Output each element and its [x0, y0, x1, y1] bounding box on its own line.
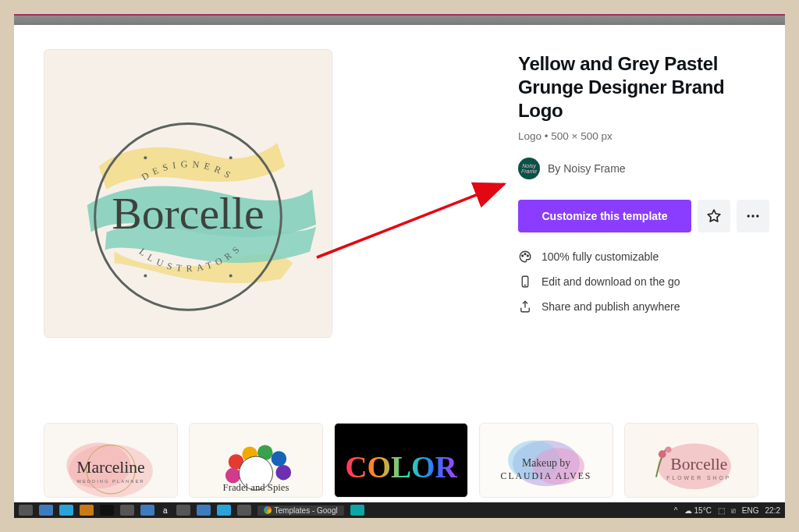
amazon-icon[interactable]: a [161, 506, 170, 515]
by-label: By [548, 162, 563, 175]
mobile-icon [518, 275, 532, 289]
taskbar-icon[interactable] [197, 505, 211, 516]
svg-text:Marceline: Marceline [76, 458, 144, 477]
template-title: Yellow and Grey Pastel Grunge Designer B… [518, 52, 769, 122]
clock[interactable]: 22:2 [765, 506, 780, 515]
author-row[interactable]: Noisy Frame By Noisy Frame [518, 158, 769, 179]
svg-point-42 [659, 450, 666, 458]
template-meta: Logo • 500 × 500 px [518, 130, 769, 142]
svg-point-12 [524, 254, 526, 255]
temp-value: 15°C [694, 506, 712, 515]
svg-point-8 [748, 215, 750, 217]
svg-text:Borcelle: Borcelle [670, 455, 727, 473]
svg-text:Makeup by: Makeup by [522, 457, 570, 469]
taskbar[interactable]: a Templates - Googl ^ ☁ 15°C ⬚ ⎚ ENG 22:… [14, 502, 785, 518]
taskbar-icon[interactable] [120, 505, 134, 516]
svg-text:FLOWER SHOP: FLOWER SHOP [666, 475, 731, 481]
feature-share: Share and publish anywhere [518, 300, 769, 314]
tab-label: Templates - Googl [275, 506, 338, 515]
taskbar-tab[interactable]: Templates - Googl [257, 505, 344, 516]
taskbar-icon[interactable] [140, 505, 154, 516]
author-name: Noisy Frame [563, 162, 625, 175]
taskbar-icon[interactable] [59, 505, 73, 516]
taskbar-icon[interactable] [80, 505, 94, 516]
svg-point-27 [272, 451, 287, 466]
related-template-5[interactable]: Borcelle FLOWER SHOP [624, 423, 758, 498]
customize-button[interactable]: Customize this template [518, 200, 691, 232]
svg-point-29 [225, 468, 241, 484]
feature-text: Edit and download on the go [542, 275, 680, 288]
svg-point-10 [756, 215, 758, 217]
favorite-button[interactable] [698, 200, 730, 232]
feature-customizable: 100% fully customizable [518, 250, 769, 264]
svg-text:Fradel and Spies: Fradel and Spies [223, 482, 289, 493]
feature-mobile: Edit and download on the go [518, 275, 769, 289]
weather[interactable]: ☁ 15°C [684, 506, 712, 515]
svg-text:WEDDING PLANNER: WEDDING PLANNER [77, 479, 145, 484]
svg-point-4 [144, 156, 147, 159]
share-icon [518, 300, 532, 314]
related-template-1[interactable]: Marceline WEDDING PLANNER [44, 423, 178, 498]
svg-text:CLAUDIA ALVES: CLAUDIA ALVES [501, 471, 592, 481]
cloud-icon: ☁ [684, 506, 692, 515]
taskbar-icon[interactable] [350, 505, 364, 516]
chevron-up-icon[interactable]: ^ [674, 506, 678, 515]
author-avatar: Noisy Frame [518, 158, 540, 179]
svg-point-7 [229, 274, 233, 277]
svg-point-5 [229, 156, 233, 159]
svg-point-43 [666, 446, 672, 452]
taskbar-icon[interactable] [217, 505, 231, 516]
more-button[interactable] [737, 200, 769, 232]
taskbar-icon[interactable] [237, 505, 251, 516]
related-template-2[interactable]: Fradel and Spies [189, 423, 323, 498]
taskbar-icon[interactable] [176, 505, 190, 516]
taskbar-icon[interactable] [19, 505, 33, 516]
chrome-icon [264, 506, 272, 514]
lang-indicator[interactable]: ENG [742, 506, 759, 515]
preview-brand: Borcelle [112, 189, 264, 238]
byline: By Noisy Frame [548, 162, 626, 175]
star-icon [706, 208, 722, 224]
feature-text: 100% fully customizable [542, 250, 659, 263]
svg-point-9 [751, 215, 754, 217]
tray-icon[interactable]: ⎚ [731, 506, 736, 515]
svg-point-11 [522, 255, 524, 257]
svg-text:COLOR: COLOR [345, 450, 457, 484]
palette-icon [518, 250, 532, 264]
tray-icon[interactable]: ⬚ [718, 506, 725, 515]
taskbar-icon[interactable] [100, 505, 114, 516]
feature-text: Share and publish anywhere [542, 300, 680, 313]
template-preview[interactable]: DESIGNERS ILLUSTRATORS Borcelle [44, 49, 332, 338]
taskbar-icon[interactable] [39, 505, 53, 516]
related-template-4[interactable]: Makeup by CLAUDIA ALVES [479, 423, 613, 498]
svg-point-6 [144, 274, 147, 277]
related-template-3[interactable]: COLOR [334, 423, 468, 498]
svg-point-13 [527, 255, 528, 257]
svg-point-28 [275, 465, 291, 481]
more-icon [745, 208, 761, 224]
